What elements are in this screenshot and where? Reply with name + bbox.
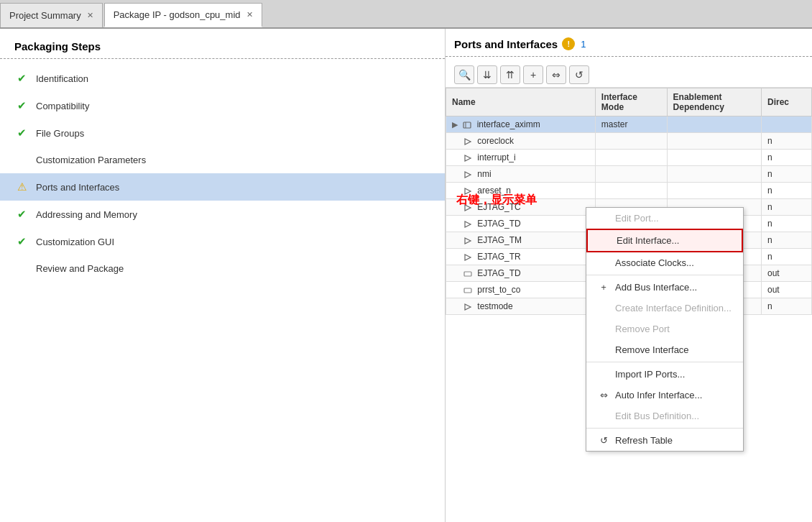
menu-separator-1 (586, 275, 743, 275)
svg-marker-3 (465, 155, 471, 161)
cell-dep (667, 166, 761, 183)
menu-edit-bus-def[interactable]: Edit Bus Definition... (586, 406, 743, 426)
step-label-review: Review and Package (36, 263, 124, 274)
menu-auto-infer[interactable]: ⇔ Auto Infer Interface... (586, 385, 743, 406)
menu-label-edit-port: Edit Port... (615, 213, 659, 224)
interface-icon (463, 121, 471, 129)
port-icon (463, 154, 472, 162)
tab-close-package-ip[interactable]: ✕ (246, 10, 253, 19)
menu-remove-port[interactable]: Remove Port (586, 319, 743, 339)
table-row[interactable]: interrupt_i n (446, 150, 812, 166)
tab-close-project-summary[interactable]: ✕ (87, 11, 93, 20)
cell-dir: n (762, 166, 812, 183)
menu-create-interface-def[interactable]: Create Interface Definition... (586, 298, 743, 319)
cell-dir: out (762, 282, 812, 298)
cell-mode (595, 133, 667, 150)
menu-label-import: Import IP Ports... (615, 369, 685, 380)
cell-dir: out (762, 265, 812, 282)
menu-label-refresh: Refresh Table (615, 435, 673, 446)
menu-refresh-table[interactable]: ↺ Refresh Table (586, 430, 743, 451)
empty-icon-review: · (14, 262, 29, 275)
step-label-ports-interfaces: Ports and Interfaces (36, 182, 119, 193)
cell-dep (667, 116, 761, 133)
svg-rect-10 (464, 272, 471, 276)
tab-project-summary[interactable]: Project Summary ✕ (0, 3, 103, 27)
cell-dir: n (762, 183, 812, 199)
tab-package-ip[interactable]: Package IP - godson_cpu_mid ✕ (104, 3, 262, 27)
cell-name: EJTAG_TC (446, 199, 596, 216)
cell-name: interrupt_i (446, 150, 596, 166)
cell-name: areset_n (446, 183, 596, 199)
menu-label-remove-port: Remove Port (615, 324, 670, 334)
expand-arrow: ▶ (452, 120, 458, 129)
table-row[interactable]: ▶ interface_aximm master (446, 116, 812, 133)
ports-title: Ports and Interfaces (454, 38, 558, 50)
cell-name: prrst_to_co (446, 282, 596, 298)
col-enablement: EnablementDependency (667, 88, 761, 116)
cell-dir: n (762, 199, 812, 216)
collapse-all-button[interactable]: ⇊ (477, 65, 497, 84)
step-identification[interactable]: ✔ Identification (0, 65, 445, 92)
table-row[interactable]: areset_n n (446, 183, 812, 199)
cell-mode (595, 183, 667, 199)
table-row[interactable]: nmi n (446, 166, 812, 183)
cell-mode: master (595, 116, 667, 133)
warn-badge: ! (562, 37, 575, 50)
step-label-customization-params: Customization Parameters (36, 155, 146, 165)
cell-name: nmi (446, 166, 596, 183)
menu-separator-2 (586, 362, 743, 362)
toolbar: 🔍 ⇊ ⇈ + ⇔ ↺ (446, 63, 812, 88)
step-ports-interfaces[interactable]: ⚠ Ports and Interfaces (0, 173, 445, 201)
cell-name: EJTAG_TD (446, 265, 596, 282)
step-customization-gui[interactable]: ✔ Customization GUI (0, 228, 445, 255)
packaging-steps-title: Packaging Steps (0, 40, 445, 58)
cell-dir: n (762, 232, 812, 249)
svg-marker-2 (465, 139, 471, 145)
svg-marker-7 (465, 221, 471, 227)
right-panel: Ports and Interfaces ! 1 🔍 ⇊ ⇈ + ⇔ ↺ Nam… (446, 29, 812, 522)
svg-marker-9 (465, 255, 471, 260)
cell-dir: n (762, 249, 812, 265)
cell-dep (667, 183, 761, 199)
menu-label-remove-interface: Remove Interface (615, 344, 689, 355)
step-customization-params[interactable]: · Customization Parameters (0, 147, 445, 173)
table-row[interactable]: coreclock n (446, 133, 812, 150)
check-icon-customization-gui: ✔ (14, 235, 29, 248)
menu-edit-port[interactable]: Edit Port... (586, 208, 743, 229)
menu-label-edit-interface: Edit Interface... (617, 235, 679, 246)
menu-label-auto-infer: Auto Infer Interface... (615, 390, 702, 400)
menu-label-add-bus: Add Bus Interface... (615, 282, 697, 293)
cell-name: EJTAG_TD (446, 216, 596, 232)
svg-marker-12 (465, 304, 471, 310)
add-button[interactable]: + (523, 65, 543, 84)
refresh-button[interactable]: ↺ (569, 65, 589, 84)
menu-associate-clocks[interactable]: Associate Clocks... (586, 252, 743, 273)
port-icon (463, 137, 472, 146)
step-file-groups[interactable]: ✔ File Groups (0, 119, 445, 147)
col-interface-mode: InterfaceMode (595, 88, 667, 116)
expand-all-button[interactable]: ⇈ (500, 65, 520, 84)
check-icon-addressing: ✔ (14, 208, 29, 221)
step-addressing-memory[interactable]: ✔ Addressing and Memory (0, 201, 445, 228)
svg-marker-8 (465, 238, 471, 244)
left-panel: Packaging Steps ✔ Identification ✔ Compa… (0, 29, 446, 522)
menu-edit-interface[interactable]: Edit Interface... (586, 229, 743, 252)
col-name: Name (446, 88, 596, 116)
menu-remove-interface[interactable]: Remove Interface (586, 339, 743, 360)
menu-import-ip-ports[interactable]: Import IP Ports... (586, 364, 743, 385)
svg-marker-5 (465, 188, 471, 194)
menu-add-bus-interface[interactable]: + Add Bus Interface... (586, 277, 743, 298)
port-icon (463, 237, 472, 245)
split-button[interactable]: ⇔ (546, 65, 566, 84)
step-review-package[interactable]: · Review and Package (0, 255, 445, 282)
step-label-file-groups: File Groups (36, 128, 84, 139)
cell-dep (667, 133, 761, 150)
port-icon (463, 203, 472, 212)
step-compatibility[interactable]: ✔ Compatibility (0, 92, 445, 119)
tab-bar: Project Summary ✕ Package IP - godson_cp… (0, 0, 812, 29)
step-label-identification: Identification (36, 73, 88, 84)
search-button[interactable]: 🔍 (454, 65, 474, 84)
port-icon (463, 170, 472, 179)
port-bidir-icon (463, 286, 472, 295)
cell-name: EJTAG_TM (446, 232, 596, 249)
